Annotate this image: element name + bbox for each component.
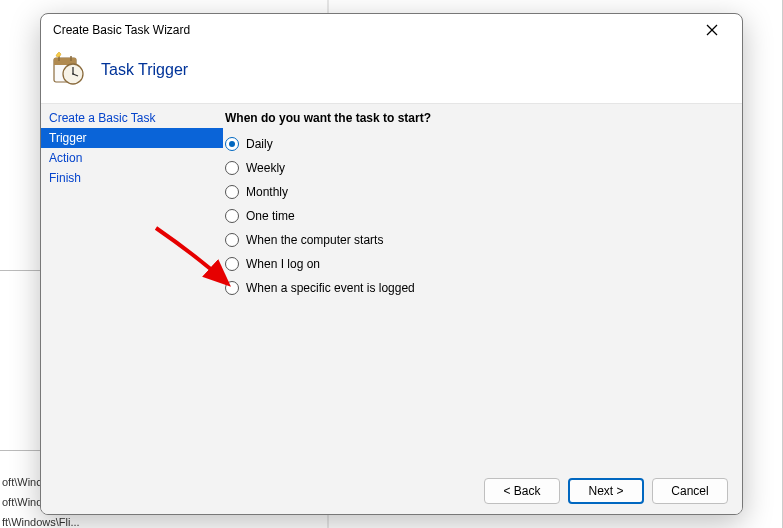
step-action[interactable]: Action [41, 148, 223, 168]
step-label: Create a Basic Task [49, 111, 156, 125]
clock-calendar-icon [51, 52, 87, 88]
bg-fragment-1: oft\Winc [2, 476, 42, 488]
radio-computer-starts[interactable]: When the computer starts [225, 233, 732, 247]
wizard-sidebar: Create a Basic Task Trigger Action Finis… [41, 104, 223, 468]
step-create-basic-task[interactable]: Create a Basic Task [41, 108, 223, 128]
radio-weekly[interactable]: Weekly [225, 161, 732, 175]
radio-indicator [225, 257, 239, 271]
wizard-footer: < Back Next > Cancel [41, 468, 742, 514]
radio-one-time[interactable]: One time [225, 209, 732, 223]
wizard-content: When do you want the task to start? Dail… [223, 104, 742, 468]
step-label: Finish [49, 171, 81, 185]
radio-label: When a specific event is logged [246, 281, 415, 295]
radio-indicator [225, 233, 239, 247]
close-button[interactable] [692, 16, 732, 44]
radio-daily[interactable]: Daily [225, 137, 732, 151]
bg-fragment-3: ft\Windows\Fli... [2, 516, 80, 528]
radio-indicator [225, 137, 239, 151]
header-title: Task Trigger [101, 61, 188, 79]
next-button[interactable]: Next > [568, 478, 644, 504]
radio-label: One time [246, 209, 295, 223]
radio-label: Monthly [246, 185, 288, 199]
radio-specific-event[interactable]: When a specific event is logged [225, 281, 732, 295]
radio-indicator [225, 161, 239, 175]
radio-label: When I log on [246, 257, 320, 271]
bg-hrule [0, 450, 40, 451]
radio-indicator [225, 281, 239, 295]
titlebar-title: Create Basic Task Wizard [51, 23, 692, 37]
step-trigger[interactable]: Trigger [41, 128, 223, 148]
radio-label: When the computer starts [246, 233, 383, 247]
radio-indicator [225, 209, 239, 223]
svg-marker-10 [56, 52, 61, 57]
radio-label: Weekly [246, 161, 285, 175]
trigger-prompt: When do you want the task to start? [225, 111, 732, 125]
radio-log-on[interactable]: When I log on [225, 257, 732, 271]
wizard-body: Create a Basic Task Trigger Action Finis… [41, 103, 742, 468]
radio-label: Daily [246, 137, 273, 151]
trigger-options: Daily Weekly Monthly One time When the c [225, 137, 732, 295]
radio-indicator [225, 185, 239, 199]
step-label: Action [49, 151, 82, 165]
titlebar: Create Basic Task Wizard [41, 14, 742, 45]
step-label: Trigger [49, 131, 87, 145]
bg-divider [0, 270, 40, 271]
cancel-button[interactable]: Cancel [652, 478, 728, 504]
wizard-dialog: Create Basic Task Wizard Task Trigger Cr [40, 13, 743, 515]
step-finish[interactable]: Finish [41, 168, 223, 188]
wizard-header: Task Trigger [41, 45, 742, 103]
close-icon [706, 24, 718, 36]
radio-monthly[interactable]: Monthly [225, 185, 732, 199]
back-button[interactable]: < Back [484, 478, 560, 504]
